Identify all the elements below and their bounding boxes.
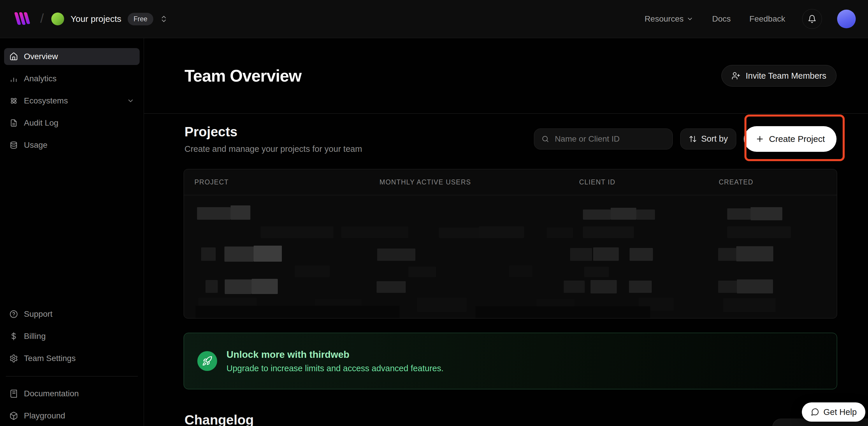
notifications-button[interactable] bbox=[802, 9, 822, 29]
redacted-cell bbox=[570, 248, 592, 261]
team-name: Your projects bbox=[70, 14, 121, 24]
sidebar-divider bbox=[6, 376, 138, 376]
redacted-cell bbox=[439, 228, 483, 238]
top-bar-right: Resources Docs Feedback bbox=[643, 9, 856, 29]
sidebar-item-label: Documentation bbox=[24, 389, 79, 398]
redacted-cell bbox=[629, 281, 652, 293]
sidebar-item-label: Analytics bbox=[24, 74, 57, 83]
nav-resources[interactable]: Resources bbox=[643, 14, 695, 24]
redacted-cell bbox=[564, 281, 585, 293]
redacted-cell bbox=[377, 249, 415, 261]
team-switcher[interactable]: Your projects Free bbox=[51, 12, 167, 25]
bell-icon bbox=[808, 14, 816, 23]
upgrade-banner-text: Unlock more with thirdweb Upgrade to inc… bbox=[226, 349, 444, 373]
file-text-icon bbox=[9, 119, 18, 127]
plan-badge: Free bbox=[128, 13, 153, 25]
redacted-cell bbox=[629, 248, 653, 261]
thirdweb-dashboard: / Your projects Free Resources Docs Feed… bbox=[0, 0, 868, 426]
get-help-button[interactable]: Get Help bbox=[802, 402, 865, 422]
projects-heading: Projects bbox=[185, 124, 362, 139]
bar-chart-icon bbox=[9, 74, 18, 83]
projects-heading-block: Projects Create and manage your projects… bbox=[185, 124, 362, 154]
redacted-cell bbox=[547, 228, 573, 238]
redacted-cell bbox=[252, 279, 278, 294]
plus-icon bbox=[755, 135, 764, 143]
sort-by-label: Sort by bbox=[701, 134, 728, 144]
redacted-cell bbox=[611, 208, 636, 220]
redacted-cell bbox=[197, 207, 230, 220]
column-header-created: CREATED bbox=[719, 178, 753, 186]
redacted-cell bbox=[591, 280, 617, 293]
sidebar-item-ecosystems[interactable]: Ecosystems bbox=[4, 92, 140, 109]
invite-team-members-button[interactable]: Invite Team Members bbox=[721, 65, 837, 87]
sidebar-item-label: Ecosystems bbox=[24, 96, 68, 105]
sidebar-item-overview[interactable]: Overview bbox=[4, 48, 140, 65]
sidebar-item-team-settings[interactable]: Team Settings bbox=[4, 350, 140, 367]
sidebar-item-label: Usage bbox=[24, 140, 48, 150]
main-content: Team Overview Invite Team Members Projec… bbox=[144, 38, 868, 426]
sidebar-spacer bbox=[4, 159, 140, 306]
team-overview-header: Team Overview Invite Team Members bbox=[144, 38, 868, 113]
redacted-cell bbox=[727, 208, 750, 220]
create-project-button[interactable]: Create Project bbox=[744, 126, 837, 152]
redacted-cell bbox=[195, 306, 400, 319]
upgrade-banner[interactable]: Unlock more with thirdweb Upgrade to inc… bbox=[184, 333, 837, 389]
arrow-up-down-icon bbox=[689, 135, 697, 143]
page-title: Team Overview bbox=[185, 66, 301, 86]
thirdweb-logo[interactable] bbox=[12, 10, 33, 27]
sidebar-item-label: Overview bbox=[24, 52, 58, 61]
redacted-cell bbox=[479, 226, 524, 238]
changelog-heading: Changelog bbox=[185, 412, 254, 426]
sidebar: Overview Analytics Ecosystems Audit Log … bbox=[0, 38, 144, 426]
column-header-client-id: CLIENT ID bbox=[579, 178, 615, 186]
redacted-cell bbox=[584, 267, 609, 277]
redacted-cell bbox=[254, 245, 282, 262]
sidebar-item-documentation[interactable]: Documentation bbox=[4, 385, 140, 402]
team-avatar bbox=[51, 12, 64, 25]
box-icon bbox=[9, 412, 18, 420]
sidebar-item-usage[interactable]: Usage bbox=[4, 137, 140, 154]
sidebar-item-label: Audit Log bbox=[24, 118, 58, 128]
redacted-cell bbox=[408, 267, 436, 277]
sidebar-item-label: Playground bbox=[24, 411, 65, 421]
sidebar-item-analytics[interactable]: Analytics bbox=[4, 70, 140, 87]
redacted-cell bbox=[341, 226, 408, 238]
redacted-cell bbox=[737, 280, 773, 293]
redacted-cell bbox=[260, 226, 334, 238]
create-project-label: Create Project bbox=[769, 134, 825, 144]
redacted-cell bbox=[736, 246, 773, 261]
projects-table-header: PROJECT MONTHLY ACTIVE USERS CLIENT ID C… bbox=[184, 169, 837, 195]
column-header-project: PROJECT bbox=[194, 178, 229, 186]
chevrons-up-down-icon bbox=[160, 15, 168, 23]
upgrade-banner-subtitle: Upgrade to increase limits and access ad… bbox=[226, 364, 444, 373]
sidebar-item-label: Support bbox=[24, 309, 53, 319]
message-circle-icon bbox=[811, 407, 819, 416]
home-icon bbox=[9, 52, 18, 61]
user-plus-icon bbox=[732, 71, 740, 80]
chevron-down-icon bbox=[686, 15, 693, 23]
redacted-cell bbox=[636, 209, 655, 220]
sidebar-item-playground[interactable]: Playground bbox=[4, 407, 140, 424]
redacted-cell bbox=[723, 298, 776, 312]
project-search bbox=[534, 129, 673, 150]
projects-table: PROJECT MONTHLY ACTIVE USERS CLIENT ID C… bbox=[184, 169, 837, 319]
sidebar-item-support[interactable]: Support bbox=[4, 306, 140, 323]
sidebar-item-audit-log[interactable]: Audit Log bbox=[4, 114, 140, 131]
nav-feedback-label: Feedback bbox=[749, 14, 785, 24]
redacted-cell bbox=[593, 248, 619, 261]
nav-feedback[interactable]: Feedback bbox=[748, 14, 787, 24]
redacted-cell bbox=[475, 306, 650, 319]
project-search-input[interactable] bbox=[554, 134, 665, 144]
redacted-cell bbox=[718, 248, 736, 261]
redacted-cell bbox=[583, 226, 634, 238]
top-bar: / Your projects Free Resources Docs Feed… bbox=[0, 0, 868, 38]
sidebar-item-billing[interactable]: Billing bbox=[4, 328, 140, 345]
sidebar-item-label: Billing bbox=[24, 332, 46, 341]
projects-header: Projects Create and manage your projects… bbox=[185, 124, 837, 154]
redacted-cell bbox=[583, 209, 611, 220]
user-avatar[interactable] bbox=[837, 10, 856, 28]
sort-by-button[interactable]: Sort by bbox=[680, 129, 736, 150]
help-circle-icon bbox=[9, 310, 18, 319]
column-header-monthly-active-users: MONTHLY ACTIVE USERS bbox=[379, 178, 471, 186]
nav-docs[interactable]: Docs bbox=[710, 14, 733, 24]
